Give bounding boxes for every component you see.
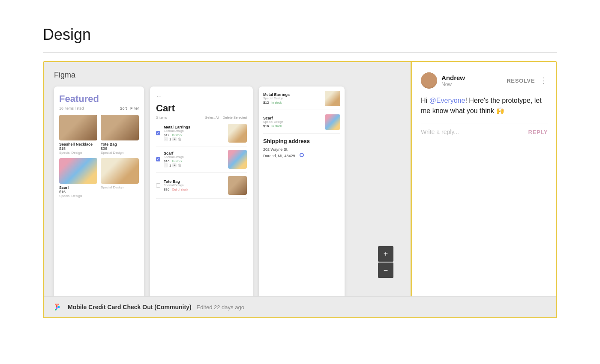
cart-checkbox-checked[interactable]: ✓ [156, 157, 160, 161]
reply-area: Write a reply... REPLY [421, 123, 548, 135]
cart-item-price: $16 [164, 159, 169, 163]
product-image [59, 158, 97, 184]
product-sub: Special Design [59, 194, 97, 198]
list-item[interactable]: Scarf $16 Special Design [59, 158, 97, 198]
page-title: Design [43, 26, 557, 44]
cart-detail-price: $12 [263, 101, 269, 104]
footer-filename: Mobile Credit Card Check Out (Community) [68, 304, 192, 310]
cart-detail-item-sub: Special Design [263, 120, 321, 123]
qty-control: - 1 + 🗑 [164, 137, 225, 141]
avatar-face [421, 72, 437, 89]
cart-item-image [228, 176, 247, 195]
cart-item-name: Tote Bag [164, 179, 225, 184]
reply-input-placeholder[interactable]: Write a reply... [421, 128, 528, 135]
cart-detail-info: Scarf Special Design $16 In stock [263, 116, 321, 128]
product-sub: Special Design [101, 185, 139, 189]
cart-item-image [228, 124, 247, 143]
select-all-btn[interactable]: Select All [205, 116, 219, 119]
product-name: Scarf [59, 185, 97, 190]
featured-title: Featured [59, 93, 139, 104]
list-item[interactable]: Special Design [101, 158, 139, 198]
cart-item-sub: Special Design [164, 155, 225, 158]
product-sub: Special Design [59, 151, 97, 155]
product-price: $16 [59, 190, 97, 194]
comment-author-name: Andrew [441, 74, 502, 81]
cart-back-icon[interactable]: ← [156, 92, 247, 99]
cart-item-name: Metal Earrings [164, 125, 225, 129]
cart-detail-stock: In stock [271, 101, 282, 104]
featured-meta: 16 items listed Sort Filter [59, 106, 139, 110]
cart-detail-price-row: $12 In stock [263, 101, 321, 104]
radio-indicator[interactable] [300, 153, 304, 157]
cart-detail-item-name: Metal Earrings [263, 92, 321, 97]
cart-detail-price: $16 [263, 124, 269, 128]
cart-detail-panel: Metal Earrings Special Design $12 In sto… [259, 87, 345, 296]
cart-meta: 3 items Select All Delete Selected [156, 116, 247, 119]
reply-button[interactable]: REPLY [528, 129, 548, 135]
comment-text-pre: Hi [421, 97, 429, 104]
qty-value: 1 [169, 164, 171, 167]
cart-detail-image [325, 91, 340, 106]
cart-items-count: 3 items [156, 116, 167, 119]
comment-timestamp: Now [441, 81, 502, 87]
comment-mention[interactable]: @Everyone [429, 97, 465, 104]
list-item[interactable]: Seashell Necklace $15 Special Design [59, 115, 97, 155]
cart-detail-item-name: Scarf [263, 116, 321, 120]
figma-label: Figma [54, 71, 400, 80]
cart-list-item: ✓ Metal Earrings Special Design $12 In s… [156, 124, 247, 146]
footer-meta: Edited 22 days ago [197, 304, 244, 310]
cart-item-price-row: $12 In stock [164, 133, 225, 137]
product-sub: Special Design [101, 151, 139, 155]
cart-detail-image [325, 114, 340, 130]
cart-item-stock: In stock [172, 160, 182, 163]
cart-item-sub: Special Design [164, 184, 225, 187]
delete-icon[interactable]: 🗑 [178, 163, 182, 167]
product-grid: Seashell Necklace $15 Special Design Tot… [59, 115, 139, 198]
filter-label[interactable]: Filter [130, 106, 139, 110]
qty-minus[interactable]: - [164, 137, 168, 141]
cart-detail-item-sub: Special Design [263, 97, 321, 100]
sort-label[interactable]: Sort [120, 106, 127, 110]
resolve-button[interactable]: RESOLVE [507, 78, 535, 84]
qty-plus[interactable]: + [172, 163, 177, 167]
cart-item-sub: Special Design [164, 129, 225, 132]
cart-detail-stock: In stock [271, 125, 282, 128]
cart-item-image [228, 150, 247, 169]
shipping-section: Shipping address 202 Wayne St, Durand, M… [263, 138, 340, 159]
featured-items-count: 16 items listed [59, 106, 84, 110]
comment-header: Andrew Now RESOLVE ⋮ [421, 72, 548, 89]
card-footer: Mobile Credit Card Check Out (Community)… [44, 296, 556, 317]
product-name: Tote Bag [101, 142, 139, 146]
cart-checkbox-empty[interactable] [156, 183, 160, 188]
divider [43, 52, 557, 53]
cart-item-name: Scarf [164, 151, 225, 155]
cart-item-price-row: $36 Out of stock [164, 188, 225, 191]
delete-icon[interactable]: 🗑 [178, 137, 182, 141]
product-image [59, 115, 97, 140]
cart-item-info: Metal Earrings Special Design $12 In sto… [164, 125, 225, 141]
canvas-screens-wrapper: Featured 16 items listed Sort Filter [54, 87, 400, 296]
product-image [101, 158, 139, 184]
cart-checkbox-checked[interactable]: ✓ [156, 131, 160, 135]
cart-item-stock: In stock [172, 134, 182, 137]
delete-selected-btn[interactable]: Delete Selected [223, 116, 247, 119]
qty-value: 1 [169, 137, 171, 141]
more-options-button[interactable]: ⋮ [540, 76, 548, 85]
shipping-title: Shipping address [263, 138, 340, 144]
cart-detail-list-item: Scarf Special Design $16 In stock [263, 114, 340, 134]
cart-item-stock: Out of stock [172, 188, 188, 191]
featured-mockup-screen: Featured 16 items listed Sort Filter [54, 87, 144, 296]
cart-item-info: Tote Bag Special Design $36 Out of stock [164, 179, 225, 191]
cart-list-item: Tote Bag Special Design $36 Out of stock [156, 176, 247, 199]
figma-canvas: Figma Featured 16 items listed Sort Filt… [44, 62, 411, 296]
product-name: Seashell Necklace [59, 142, 97, 146]
cart-detail-info: Metal Earrings Special Design $12 In sto… [263, 92, 321, 104]
avatar [421, 72, 437, 89]
product-price: $15 [59, 146, 97, 151]
main-card: Figma Featured 16 items listed Sort Filt… [43, 61, 557, 318]
qty-plus[interactable]: + [172, 137, 177, 141]
list-item[interactable]: Tote Bag $36 Special Design [101, 115, 139, 155]
cart-meta-actions: Select All Delete Selected [205, 116, 247, 119]
cart-detail-price-row: $16 In stock [263, 124, 321, 128]
qty-minus[interactable]: - [164, 163, 168, 167]
